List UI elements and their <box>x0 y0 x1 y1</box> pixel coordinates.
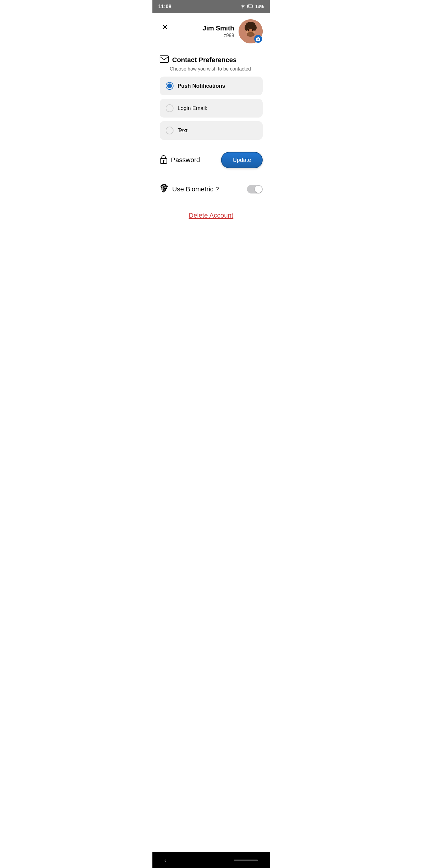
radio-circle-push <box>166 82 173 90</box>
radio-circle-email <box>166 104 173 112</box>
user-info: Jim Smith z999 <box>202 24 234 38</box>
toggle-thumb <box>255 186 262 193</box>
header-row: ✕ Jim Smith z999 <box>160 19 263 43</box>
svg-rect-2 <box>253 5 253 7</box>
radio-inner-push <box>167 84 172 88</box>
password-label: Password <box>171 156 200 164</box>
biometric-toggle[interactable] <box>247 185 263 193</box>
status-icons: 14% <box>240 4 264 9</box>
section-header-contact: Contact Preferences <box>160 56 263 64</box>
camera-badge[interactable] <box>254 35 262 43</box>
password-section: Password Update <box>160 150 263 170</box>
back-button[interactable]: ‹ <box>164 857 167 864</box>
delete-account-link[interactable]: Delete Account <box>189 212 233 219</box>
contact-preferences-subtitle: Choose how you wish to be contacted <box>170 66 263 72</box>
svg-point-13 <box>252 29 254 31</box>
user-profile: Jim Smith z999 <box>202 19 262 43</box>
status-bar: 11:08 14% <box>153 0 270 13</box>
password-left: Password <box>160 155 200 165</box>
biometric-left: Use Biometric ? <box>160 184 219 195</box>
radio-option-push[interactable]: Push Notifications <box>160 76 263 95</box>
svg-rect-16 <box>160 56 168 62</box>
biometric-section: Use Biometric ? <box>160 181 263 197</box>
radio-option-email[interactable]: Login Email: <box>160 99 263 118</box>
fingerprint-icon <box>160 184 169 195</box>
radio-label-text: Text <box>178 127 188 134</box>
avatar-container[interactable] <box>238 19 263 43</box>
bottom-nav-bar: ‹ <box>153 852 270 868</box>
user-name: Jim Smith <box>202 24 234 32</box>
biometric-label: Use Biometric ? <box>172 185 219 193</box>
contact-preferences-title: Contact Preferences <box>172 56 237 64</box>
battery-icon <box>247 4 253 9</box>
mail-icon <box>160 56 169 64</box>
svg-point-0 <box>242 7 243 8</box>
wifi-icon <box>240 4 246 9</box>
svg-point-11 <box>247 32 255 37</box>
status-time: 11:08 <box>158 4 171 10</box>
user-id: z999 <box>202 33 234 38</box>
battery-percent: 14% <box>255 4 264 9</box>
radio-circle-text <box>166 127 173 134</box>
svg-point-12 <box>248 29 250 31</box>
radio-label-push: Push Notifications <box>178 83 225 89</box>
update-password-button[interactable]: Update <box>221 152 262 168</box>
radio-label-email: Login Email: <box>178 105 207 112</box>
svg-rect-3 <box>248 5 249 7</box>
svg-point-15 <box>258 39 258 40</box>
main-content: ✕ Jim Smith z999 <box>153 13 270 235</box>
home-indicator[interactable] <box>234 860 258 861</box>
delete-account-section: Delete Account <box>160 212 263 219</box>
contact-preferences-section: Contact Preferences Choose how you wish … <box>160 56 263 140</box>
close-button[interactable]: ✕ <box>160 22 170 33</box>
radio-option-text[interactable]: Text <box>160 121 263 140</box>
lock-icon <box>160 155 167 165</box>
